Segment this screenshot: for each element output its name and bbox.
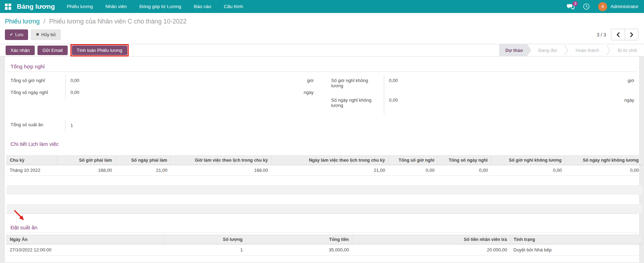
column-header[interactable]: Giờ làm việc theo lịch trong chu kỳ xyxy=(171,156,271,165)
work-schedule-table-wrap: Chu kỳ Số giờ phải làm Số ngày phải làm … xyxy=(6,155,638,214)
field-total-meals: Tổng số suất ăn 1 xyxy=(6,119,322,132)
menu-item-bao-cao[interactable]: Báo cáo xyxy=(194,4,211,9)
cell: 0,00 xyxy=(388,165,438,176)
apps-grid-icon[interactable] xyxy=(5,4,11,10)
field-label: Số giờ nghỉ không lương xyxy=(327,75,384,95)
red-highlight-box: Tính toán Phiếu lương xyxy=(70,44,129,56)
confirm-button[interactable]: Xác nhận xyxy=(6,46,35,55)
menu-item-dong-gop[interactable]: Đóng góp từ Lương xyxy=(140,4,181,9)
cell: 0,00 xyxy=(438,165,491,176)
field-label: Số ngày nghỉ không lương xyxy=(327,95,384,114)
step-divider xyxy=(606,44,611,56)
cell: 0,00 xyxy=(565,165,642,176)
step-divider xyxy=(564,44,569,56)
column-header[interactable]: Số lượng xyxy=(164,235,246,244)
field-value[interactable]: 1 xyxy=(70,123,73,132)
field-value[interactable]: 0,00 xyxy=(70,78,79,87)
column-header[interactable]: Số ngày phải làm xyxy=(115,156,171,165)
column-header[interactable]: Tình trạng xyxy=(510,235,642,244)
column-header[interactable]: Ngày làm việc theo lịch trong chu kỳ xyxy=(271,156,388,165)
save-button[interactable]: ✔ Lưu xyxy=(5,29,28,40)
chevron-left-icon xyxy=(616,32,620,37)
table-header-row: Ngày Ăn Số lượng Tổng tiền Số tiền nhân … xyxy=(7,235,642,244)
field-unpaid-leave-hours: Số giờ nghỉ không lương 0,00 giờ xyxy=(327,75,637,95)
status-step-bi-tu-choi[interactable]: Bị từ chối xyxy=(611,44,644,56)
field-column-right: Số giờ nghỉ không lương 0,00 giờ Số ngày… xyxy=(327,75,637,114)
chevron-right-icon xyxy=(630,32,633,37)
field-value[interactable]: 0,00 xyxy=(389,78,398,95)
pager-previous-button[interactable] xyxy=(611,29,625,40)
messages-icon[interactable]: 3 xyxy=(567,4,575,10)
status-step-du-thao[interactable]: Dự thảo xyxy=(499,44,531,56)
top-navbar: Bảng lương Phiếu lương Nhân viên Đóng gó… xyxy=(0,0,644,13)
column-header[interactable]: Chu kỳ xyxy=(7,156,57,165)
table-row[interactable]: Tháng 10 2022 168,00 21,00 168,00 21,00 … xyxy=(7,165,642,176)
field-unit: giờ xyxy=(628,78,634,95)
status-step-hoan-thanh[interactable]: Hoàn thành xyxy=(569,44,606,56)
cell-total-amount: 35.000,00 xyxy=(246,244,352,255)
send-email-button[interactable]: Gửi Email xyxy=(38,46,68,55)
field-total-leave-hours: Tổng số giờ nghỉ 0,00 giờ xyxy=(6,75,317,87)
record-pager: 3 / 3 xyxy=(597,29,638,40)
field-value[interactable]: 0,00 xyxy=(70,90,79,99)
apps-grid-square xyxy=(5,4,8,6)
column-header[interactable]: Số tiền nhân viên trả xyxy=(352,235,510,244)
column-header[interactable]: Tổng số ngày nghỉ xyxy=(438,156,491,165)
user-menu[interactable]: A Administrator xyxy=(598,2,638,11)
column-header[interactable]: Số giờ nghỉ không lương xyxy=(491,156,565,165)
empty-row xyxy=(7,204,642,214)
empty-row xyxy=(7,195,642,204)
clock-glyph xyxy=(583,3,590,10)
field-label: Tổng số suất ăn xyxy=(6,119,65,132)
cell-chu-ky: Tháng 10 2022 xyxy=(7,165,57,176)
cell-quantity: 1 xyxy=(164,244,246,255)
username: Administrator xyxy=(610,4,638,9)
field-unit: ngày xyxy=(304,90,313,99)
field-label: Tổng số ngày nghỉ xyxy=(6,87,65,99)
table-header-row: Chu kỳ Số giờ phải làm Số ngày phải làm … xyxy=(7,156,642,165)
form-sheet: Tổng hợp nghỉ Tổng số giờ nghỉ 0,00 giờ … xyxy=(4,56,640,262)
field-unit: ngày xyxy=(624,97,634,114)
field-unpaid-leave-days: Số ngày nghỉ không lương 0,00 ngày xyxy=(327,95,637,114)
field-unit: giờ xyxy=(307,78,314,87)
compute-payslip-button[interactable]: Tính toán Phiếu lương xyxy=(72,46,127,55)
form-statusbar: Xác nhận Gửi Email Tính toán Phiếu lương… xyxy=(0,44,644,56)
menu-item-nhan-vien[interactable]: Nhân viên xyxy=(106,4,127,9)
apps-grid-square xyxy=(8,7,11,10)
column-header[interactable]: Ngày Ăn xyxy=(7,235,164,244)
field-column-left: Tổng số giờ nghỉ 0,00 giờ Tổng số ngày n… xyxy=(6,75,317,114)
cell: 168,00 xyxy=(171,165,271,176)
breadcrumb-parent-link[interactable]: Phiếu lương xyxy=(5,18,40,25)
column-header[interactable]: Tổng tiền xyxy=(246,235,352,244)
cell: 21,00 xyxy=(115,165,171,176)
empty-row xyxy=(7,185,642,195)
discard-button-label: Hủy bỏ xyxy=(41,32,56,37)
field-value[interactable]: 0,00 xyxy=(389,97,398,114)
table-row[interactable]: 27/10/2022 12:00:00 1 35.000,00 20.000,0… xyxy=(7,244,642,255)
apps-grid-square xyxy=(5,7,8,10)
app-brand-title[interactable]: Bảng lương xyxy=(17,3,55,11)
message-count-badge: 3 xyxy=(572,1,578,6)
cell-employee-amount: 20.000,00 xyxy=(352,244,510,255)
status-step-dang-doi[interactable]: Đang đợi xyxy=(531,44,564,56)
empty-row xyxy=(7,176,642,185)
menu-item-cau-hinh[interactable]: Cấu hình xyxy=(224,4,243,9)
activities-clock-icon[interactable] xyxy=(583,3,590,10)
section-title-meal-orders: Đặt suất ăn xyxy=(6,224,638,233)
menu-item-phieu-luong[interactable]: Phiếu lương xyxy=(67,4,93,9)
meal-orders-table: Ngày Ăn Số lượng Tổng tiền Số tiền nhân … xyxy=(6,235,642,263)
column-header[interactable]: Số ngày nghỉ không lương xyxy=(565,156,642,165)
pager-count: 3 / 3 xyxy=(597,32,606,38)
cross-icon: ✖ xyxy=(36,32,39,37)
column-header[interactable]: Tổng số giờ nghỉ xyxy=(388,156,438,165)
section-title-leave-summary: Tổng hợp nghỉ xyxy=(6,63,638,72)
discard-button[interactable]: ✖ Hủy bỏ xyxy=(31,29,60,40)
breadcrumb-separator: / xyxy=(43,18,45,25)
pager-next-button[interactable] xyxy=(625,29,638,40)
field-total-leave-days: Tổng số ngày nghỉ 0,00 ngày xyxy=(6,87,317,99)
payslip-form-page: Bảng lương Phiếu lương Nhân viên Đóng gó… xyxy=(0,0,644,263)
cell: 0,00 xyxy=(491,165,565,176)
column-header[interactable]: Số giờ phải làm xyxy=(57,156,115,165)
control-panel: Phiếu lương / Phiếu lương của Nhân viên … xyxy=(0,13,644,56)
status-steps: Dự thảo Đang đợi Hoàn thành Bị từ chối xyxy=(499,44,644,56)
